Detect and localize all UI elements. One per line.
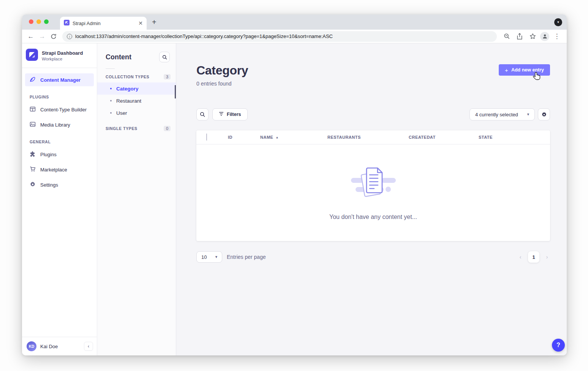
sidebar-item-media-library[interactable]: Media Library [25,118,94,131]
bullet-icon [110,112,112,114]
subnav-scrollbar[interactable] [175,85,176,98]
site-info-icon[interactable]: i [67,34,72,39]
page-title: Category [196,63,248,78]
collection-types-count: 3 [164,74,171,79]
subnav-item-user[interactable]: User [97,107,176,119]
traffic-lights [29,19,49,24]
collection-types-label: COLLECTION TYPES [106,75,149,79]
pen-icon [30,76,36,84]
filter-icon [219,112,224,117]
browser-menu-icon[interactable]: ⋮ [552,32,562,41]
column-header-id[interactable]: ID [228,135,260,140]
url-text: localhost:1337/admin/content-manager/col… [75,33,333,39]
collapse-sidebar-button[interactable]: ‹ [84,342,93,351]
close-window-button[interactable] [29,19,33,24]
view-settings-button[interactable] [538,108,550,120]
sidebar-item-label: Settings [40,182,58,188]
table-search-button[interactable] [196,108,209,120]
sidebar-item-label: Marketplace [40,167,67,173]
subnav-search-button[interactable] [159,52,170,62]
plugins-section-label: PLUGINS [22,95,97,99]
user-avatar: KD [27,341,36,351]
plus-icon: + [505,67,508,73]
entries-count: 0 entries found [196,81,248,87]
forward-button[interactable]: → [37,32,47,41]
next-page-button[interactable]: › [544,254,550,260]
new-tab-button[interactable]: + [152,18,156,26]
chevron-down-icon: ▼ [526,113,530,116]
browser-profile-avatar[interactable] [540,32,549,41]
maximize-window-button[interactable] [44,19,49,24]
minimize-window-button[interactable] [36,19,41,24]
column-header-state[interactable]: STATE [479,135,550,140]
bullet-icon [110,88,112,89]
desktop: Strapi Admin ✕ + ▼ ← → i localhost:1337/… [0,0,588,371]
column-header-name[interactable]: NAME ▲ [260,135,327,140]
browser-tab[interactable]: Strapi Admin ✕ [60,17,147,30]
strapi-app: Strapi Dashboard Workplace Content Manag… [22,43,567,355]
subnav-item-label: User [116,110,127,116]
page-size-value: 10 [201,254,207,260]
single-types-count: 0 [164,126,171,131]
puzzle-icon [30,151,36,158]
toolbar-actions: ⋮ [501,32,563,41]
page-size-select[interactable]: 10 ▼ [196,251,222,263]
url-bar[interactable]: i localhost:1337/admin/content-manager/c… [62,31,497,42]
sort-asc-icon: ▲ [275,136,278,139]
tab-close-icon[interactable]: ✕ [138,20,143,26]
subnav-item-category[interactable]: Category [97,82,176,95]
sidebar-item-label: Content Manager [40,77,81,83]
fields-select[interactable]: 4 currently selected ▼ [469,108,535,120]
back-button[interactable]: ← [26,32,36,41]
sidebar-item-plugins[interactable]: Plugins [25,148,94,161]
divider [106,68,115,69]
empty-state-message: You don't have any content yet... [329,214,417,220]
entries-table: ID NAME ▲ RESTAURANTS CREATEDAT STATE [196,130,550,241]
help-button[interactable]: ? [552,339,565,352]
cart-icon [30,166,36,173]
sidebar-item-content-manager[interactable]: Content Manager [25,73,94,86]
subnav-title: Content [106,53,131,61]
strapi-logo [26,49,38,62]
page-1-button[interactable]: 1 [528,251,539,263]
user-footer: KD Kai Doe ‹ [22,337,97,355]
workspace-subtitle: Workplace [42,57,83,61]
zoom-icon[interactable] [501,32,512,41]
pagination: 10 ▼ Entries per page ‹ 1 › [196,251,550,263]
entries-per-page-label: Entries per page [227,254,266,260]
previous-page-button[interactable]: ‹ [517,254,523,260]
share-icon[interactable] [514,32,525,41]
general-section-label: GENERAL [22,140,97,144]
browser-window: Strapi Admin ✕ + ▼ ← → i localhost:1337/… [22,14,567,355]
column-header-createdat[interactable]: CREATEDAT [409,135,479,140]
add-new-entry-button[interactable]: + Add new entry [499,64,550,76]
empty-state: You don't have any content yet... [196,144,550,241]
sidebar-item-content-type-builder[interactable]: Content-Type Builder [25,103,94,116]
select-all-checkbox[interactable] [206,133,207,141]
sidebar-item-label: Content-Type Builder [40,107,87,113]
filters-button[interactable]: Filters [212,108,248,120]
user-name: Kai Doe [40,344,80,349]
tab-title: Strapi Admin [73,21,135,26]
image-icon [30,121,36,128]
strapi-favicon [64,20,70,27]
brand-block[interactable]: Strapi Dashboard Workplace [22,43,97,68]
gear-icon [30,181,36,189]
subnav-item-restaurant[interactable]: Restaurant [97,95,176,107]
browser-extension-icon[interactable]: ▼ [554,18,562,26]
sidebar-item-marketplace[interactable]: Marketplace [25,163,94,176]
workspace-title: Strapi Dashboard [42,50,83,56]
browser-tabstrip: Strapi Admin ✕ + ▼ [22,14,567,30]
subnav-item-label: Category [116,86,139,92]
bullet-icon [110,100,112,101]
reload-button[interactable] [49,32,58,41]
sidebar-item-label: Media Library [40,122,70,128]
sidebar-item-settings[interactable]: Settings [25,178,94,191]
table-header-row: ID NAME ▲ RESTAURANTS CREATEDAT STATE [196,130,550,144]
content-subnav: Content COLLECTION TYPES 3 Category Res [97,43,176,355]
bookmark-star-icon[interactable] [527,32,538,41]
main-sidebar: Strapi Dashboard Workplace Content Manag… [22,43,97,355]
sidebar-item-label: Plugins [40,152,57,157]
subnav-item-label: Restaurant [116,98,141,104]
column-header-restaurants[interactable]: RESTAURANTS [327,135,409,140]
